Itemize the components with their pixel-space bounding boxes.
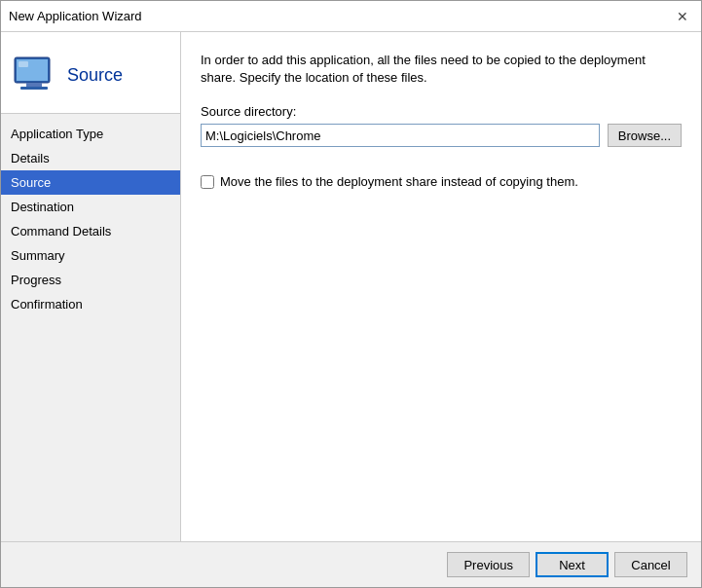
button-bar: Previous Next Cancel	[1, 541, 701, 587]
previous-button[interactable]: Previous	[447, 552, 530, 577]
source-directory-row: Browse...	[201, 124, 682, 147]
sidebar-header-title: Source	[67, 65, 123, 86]
sidebar-item-details[interactable]: Details	[1, 146, 180, 170]
move-files-checkbox[interactable]	[201, 175, 214, 189]
move-files-row: Move the files to the deployment share i…	[201, 174, 682, 189]
move-files-label: Move the files to the deployment share i…	[220, 174, 578, 189]
next-button[interactable]: Next	[536, 552, 609, 577]
computer-icon	[11, 52, 57, 98]
sidebar-item-application-type[interactable]: Application Type	[1, 122, 180, 146]
browse-button[interactable]: Browse...	[608, 124, 682, 147]
sidebar-item-progress[interactable]: Progress	[1, 268, 180, 292]
source-directory-input[interactable]	[201, 124, 600, 147]
svg-rect-2	[26, 83, 42, 87]
window-title: New Application Wizard	[9, 9, 142, 23]
source-directory-label: Source directory:	[201, 104, 682, 119]
sidebar-item-source[interactable]: Source	[1, 170, 180, 195]
sidebar: Source Application Type Details Source D…	[1, 32, 181, 541]
close-button[interactable]: ✕	[672, 6, 693, 27]
title-bar: New Application Wizard ✕	[1, 1, 701, 32]
wizard-window: New Application Wizard ✕ Source Applicat…	[0, 0, 702, 588]
cancel-button[interactable]: Cancel	[614, 552, 687, 577]
sidebar-item-destination[interactable]: Destination	[1, 195, 180, 219]
sidebar-header: Source	[1, 32, 180, 114]
sidebar-item-command-details[interactable]: Command Details	[1, 219, 180, 243]
content-area: Source Application Type Details Source D…	[1, 32, 701, 541]
source-directory-group: Source directory: Browse...	[201, 104, 682, 147]
sidebar-nav: Application Type Details Source Destinat…	[1, 114, 180, 541]
page-description: In order to add this application, all th…	[201, 52, 682, 87]
svg-rect-4	[18, 61, 28, 67]
svg-rect-3	[20, 87, 48, 90]
main-content: In order to add this application, all th…	[181, 32, 701, 541]
sidebar-item-confirmation[interactable]: Confirmation	[1, 292, 180, 316]
sidebar-item-summary[interactable]: Summary	[1, 243, 180, 268]
